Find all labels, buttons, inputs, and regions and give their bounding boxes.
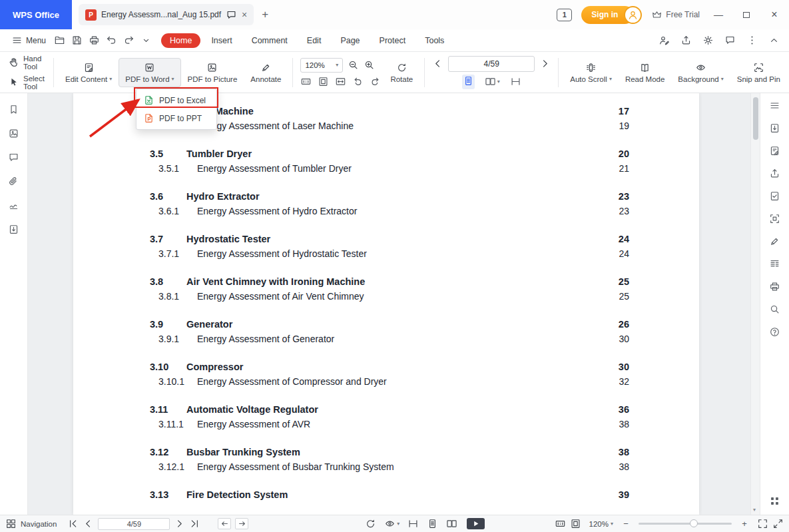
scroll-down-icon[interactable]: ▾: [753, 507, 756, 513]
zoom-out-button[interactable]: −: [621, 519, 631, 529]
sign-icon[interactable]: [769, 236, 780, 247]
statusbar-zoom-select[interactable]: 120% ▾: [589, 520, 613, 528]
rotate-right-icon[interactable]: [370, 76, 381, 87]
new-tab-button[interactable]: +: [262, 8, 268, 21]
main-menu-button[interactable]: Menu: [7, 35, 51, 46]
select-tool-button[interactable]: Select Tool: [8, 75, 45, 91]
next-page-icon[interactable]: [174, 518, 185, 529]
undo-button[interactable]: [103, 33, 120, 49]
rotate-button[interactable]: Rotate: [384, 58, 419, 87]
menu-tab-edit[interactable]: Edit: [298, 33, 330, 48]
fit-page-icon[interactable]: [318, 76, 329, 87]
navigation-toggle[interactable]: Navigation: [5, 518, 57, 529]
last-page-icon[interactable]: [189, 518, 200, 529]
auto-scroll-button[interactable]: Auto Scroll▾: [563, 58, 619, 87]
window-count-badge[interactable]: 1: [557, 9, 572, 21]
quickbar-more-button[interactable]: [137, 33, 154, 49]
pdf-to-picture-button[interactable]: PDF to Picture: [181, 58, 244, 87]
save-button[interactable]: [68, 33, 85, 49]
actual-size-icon[interactable]: [555, 518, 566, 529]
view-back-button[interactable]: [218, 518, 231, 529]
document-canvas[interactable]: 3.4Laser Machine173.4.1Energy Assessment…: [28, 93, 750, 515]
previous-page-icon[interactable]: [432, 58, 443, 69]
bookmarks-icon[interactable]: [8, 104, 19, 115]
two-page-icon[interactable]: [446, 518, 457, 529]
document-tab[interactable]: P Energy Assessm...nal_Aug 15.pdf ×: [79, 4, 254, 25]
thumbnails-icon[interactable]: [8, 128, 19, 139]
menu-tab-insert[interactable]: Insert: [202, 33, 240, 48]
rotate-page-icon[interactable]: [365, 518, 376, 529]
sign-in-button[interactable]: Sign in: [581, 6, 634, 24]
vertical-scrollbar[interactable]: ▾: [750, 93, 760, 515]
edit-content-button[interactable]: Edit Content▾: [59, 58, 119, 87]
tab-close-icon[interactable]: ×: [242, 9, 247, 20]
pdf-to-ppt-menu-item[interactable]: PDF to PPT: [136, 109, 216, 127]
close-button[interactable]: ×: [765, 9, 784, 21]
menu-tab-comment[interactable]: Comment: [243, 33, 296, 48]
page-number-input[interactable]: 4/59: [448, 56, 535, 72]
help-icon[interactable]: [769, 326, 780, 338]
collapse-ribbon-button[interactable]: [765, 33, 782, 49]
fit-height-icon[interactable]: [407, 518, 419, 529]
scrollbar-thumb[interactable]: [753, 97, 758, 140]
slideshow-button[interactable]: [467, 518, 485, 529]
feedback-button[interactable]: [721, 33, 738, 49]
menu-tab-page[interactable]: Page: [332, 33, 368, 48]
actual-size-icon[interactable]: [300, 76, 312, 87]
attachments-icon[interactable]: [8, 176, 19, 187]
zoom-slider-knob[interactable]: [690, 519, 698, 527]
open-file-button[interactable]: [51, 33, 68, 49]
pdf-to-word-button[interactable]: PDF to Word▾: [119, 58, 180, 87]
annotate-button[interactable]: Annotate: [244, 58, 288, 87]
edit-text-icon[interactable]: [769, 145, 780, 156]
share-file-icon[interactable]: [769, 168, 780, 179]
signature-icon[interactable]: [8, 200, 19, 211]
fit-height-view-icon[interactable]: [510, 76, 521, 87]
settings-button[interactable]: [699, 33, 716, 49]
next-page-icon[interactable]: [539, 58, 551, 69]
apps-grid-icon[interactable]: [769, 495, 780, 507]
zoom-out-icon[interactable]: [348, 59, 359, 71]
print-icon[interactable]: [769, 281, 780, 292]
ocr-icon[interactable]: [769, 213, 780, 224]
share-document-icon[interactable]: [8, 224, 19, 235]
menu-tab-protect[interactable]: Protect: [371, 33, 415, 48]
share-button[interactable]: [677, 33, 694, 49]
fit-page-icon[interactable]: [570, 518, 581, 529]
export-pdf-icon[interactable]: [769, 123, 780, 134]
expand-window-icon[interactable]: [772, 518, 784, 529]
snip-and-pin-button[interactable]: Snip and Pin: [730, 58, 787, 87]
comments-icon[interactable]: [8, 152, 19, 163]
free-trial-button[interactable]: Free Trial: [651, 9, 700, 21]
fullscreen-icon[interactable]: [757, 518, 768, 529]
minimize-button[interactable]: —: [709, 9, 728, 20]
zoom-in-button[interactable]: +: [740, 519, 749, 529]
pdf-page[interactable]: 3.4Laser Machine173.4.1Energy Assessment…: [73, 93, 699, 515]
view-forward-button[interactable]: [235, 518, 248, 529]
menu-tab-tools[interactable]: Tools: [416, 33, 453, 48]
zoom-slider[interactable]: [639, 523, 732, 525]
background-button[interactable]: Background▾: [671, 58, 730, 87]
zoom-in-icon[interactable]: [364, 59, 375, 71]
single-page-icon[interactable]: [427, 518, 438, 529]
background-mode-button[interactable]: ▾: [384, 518, 399, 529]
print-button[interactable]: [85, 33, 103, 49]
rotate-left-icon[interactable]: [352, 76, 364, 87]
first-page-icon[interactable]: [67, 518, 79, 529]
read-mode-button[interactable]: Read Mode: [619, 58, 671, 87]
statusbar-page-input[interactable]: 4/59: [98, 518, 170, 530]
single-page-view-button[interactable]: [462, 75, 475, 89]
hand-tool-button[interactable]: Hand Tool: [8, 55, 45, 71]
columns-icon[interactable]: [769, 258, 780, 270]
two-page-view-button[interactable]: ▾: [485, 76, 500, 87]
redo-button[interactable]: [120, 33, 137, 49]
proofread-icon[interactable]: [769, 190, 780, 202]
zoom-select[interactable]: 120% ▾: [300, 58, 343, 73]
find-icon[interactable]: [769, 304, 780, 315]
wps-office-button[interactable]: WPS Office: [0, 0, 72, 29]
previous-page-icon[interactable]: [83, 518, 94, 529]
more-options-button[interactable]: [743, 33, 760, 49]
fit-width-icon[interactable]: [335, 76, 346, 87]
panel-list-icon[interactable]: [769, 100, 780, 111]
menu-tab-home[interactable]: Home: [161, 33, 200, 48]
